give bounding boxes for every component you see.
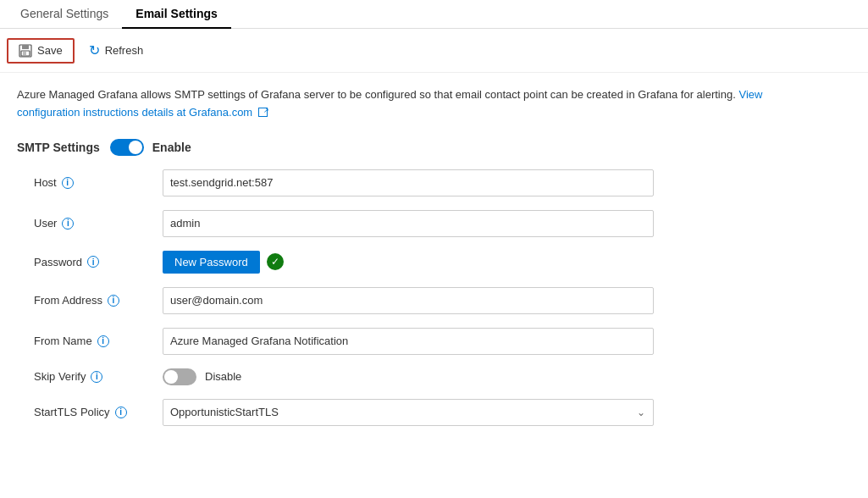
from-address-info-icon: i [108, 295, 119, 307]
from-address-input[interactable] [163, 287, 654, 314]
from-name-row: From Name i [34, 328, 851, 355]
from-name-label: From Name i [34, 335, 152, 347]
refresh-button[interactable]: ↻ Refresh [78, 37, 155, 64]
refresh-icon: ↻ [89, 42, 100, 58]
toggle-track [110, 139, 144, 156]
smtp-label: SMTP Settings [17, 141, 100, 154]
skip-verify-toggle-label: Disable [205, 370, 241, 383]
tab-bar: General Settings Email Settings [0, 0, 868, 29]
password-check-icon: ✓ [267, 253, 284, 270]
svg-rect-3 [23, 52, 26, 55]
smtp-section-header: SMTP Settings Enable [17, 139, 851, 156]
skip-verify-track [163, 368, 196, 385]
user-input[interactable] [163, 210, 654, 237]
password-controls: New Password ✓ [163, 251, 284, 274]
host-label: Host i [34, 176, 152, 189]
from-address-row: From Address i [34, 287, 851, 314]
password-row: Password i New Password ✓ [34, 251, 851, 274]
save-icon [19, 44, 32, 58]
skip-verify-row: Skip Verify i Disable [34, 368, 851, 385]
starttls-select[interactable]: OpportunisticStartTLS MandatoryStartTLS … [163, 399, 654, 426]
smtp-form: Host i User i Password i New Password [17, 169, 851, 426]
skip-verify-label: Skip Verify i [34, 370, 152, 383]
password-label: Password i [34, 256, 152, 268]
skip-verify-info-icon: i [91, 371, 102, 383]
host-row: Host i [34, 169, 851, 196]
host-info-icon: i [62, 177, 74, 189]
toolbar: Save ↻ Refresh [0, 29, 868, 73]
description-text: Azure Managed Grafana allows SMTP settin… [17, 86, 779, 122]
tab-general-label: General Settings [20, 7, 108, 20]
smtp-enable-toggle[interactable] [110, 139, 144, 156]
user-label: User i [34, 217, 152, 230]
svg-rect-1 [22, 45, 29, 49]
smtp-enable-toggle-wrapper: Enable [110, 139, 191, 156]
tab-email-settings[interactable]: Email Settings [122, 0, 230, 29]
user-row: User i [34, 210, 851, 237]
skip-verify-toggle[interactable] [163, 368, 196, 385]
description-main: Azure Managed Grafana allows SMTP settin… [17, 88, 736, 101]
password-info-icon: i [87, 256, 99, 268]
save-label: Save [37, 44, 63, 57]
save-button[interactable]: Save [7, 38, 75, 64]
starttls-label: StartTLS Policy i [34, 406, 152, 418]
external-link-icon: ↗ [258, 108, 268, 117]
refresh-label: Refresh [105, 44, 144, 57]
main-content: Azure Managed Grafana allows SMTP settin… [0, 73, 868, 453]
tab-email-label: Email Settings [135, 7, 217, 20]
from-name-input[interactable] [163, 328, 654, 355]
new-password-button[interactable]: New Password [163, 251, 260, 274]
new-password-label: New Password [174, 256, 248, 268]
skip-verify-thumb [164, 370, 178, 384]
user-info-icon: i [62, 218, 74, 230]
starttls-info-icon: i [115, 407, 127, 418]
smtp-enable-label: Enable [152, 141, 191, 154]
skip-verify-toggle-wrapper: Disable [163, 368, 241, 385]
starttls-select-wrapper: OpportunisticStartTLS MandatoryStartTLS … [163, 399, 654, 426]
toggle-thumb [129, 141, 142, 154]
starttls-row: StartTLS Policy i OpportunisticStartTLS … [34, 399, 851, 426]
host-input[interactable] [163, 169, 654, 196]
tab-general-settings[interactable]: General Settings [7, 0, 122, 29]
from-address-label: From Address i [34, 294, 152, 307]
from-name-info-icon: i [97, 335, 109, 347]
